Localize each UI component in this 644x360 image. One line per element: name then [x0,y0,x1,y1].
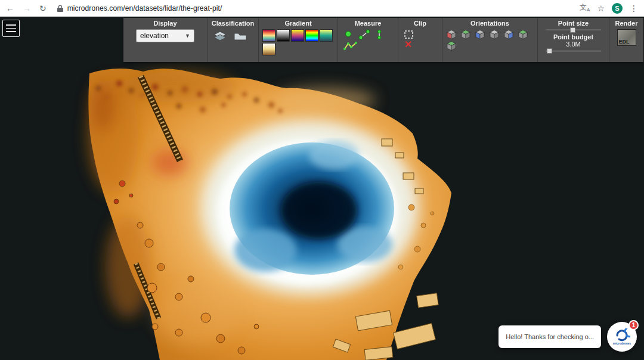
point-budget-slider-handle[interactable] [547,48,552,54]
point-budget-slider-track [545,50,602,52]
microdrones-logo-icon [614,328,630,343]
forward-button[interactable]: → [23,4,31,13]
address-bar[interactable]: microdrones.com/en/datasets/lidar/the-gr… [54,2,580,15]
section-display: Display elevation ▼ [123,18,207,62]
render-label: Render [609,20,643,27]
classification-label: Classification [208,20,258,27]
section-measure: Measure [338,18,398,62]
orientation-cube-2[interactable] [460,29,471,40]
attribute-dropdown-value: elevation [140,32,169,40]
remove-clip-icon[interactable]: ✕ [398,40,442,49]
point-size-label: Point size [545,20,602,27]
measure-label: Measure [338,20,398,27]
chat-message[interactable]: Hello! Thanks for checking o... [499,325,601,348]
back-button[interactable]: ← [6,4,14,13]
point-budget-slider[interactable] [545,48,602,54]
attribute-dropdown[interactable]: elevation ▼ [136,29,194,42]
profile-avatar[interactable]: S [612,3,623,14]
sidebar-menu-button[interactable] [2,20,20,37]
section-orientations: Orientations [442,18,537,62]
orientation-cube-3[interactable] [475,29,485,40]
orientations-label: Orientations [442,20,537,27]
browser-menu-icon[interactable]: ⋮ [630,4,638,13]
edl-mode-text: EDL [619,39,630,45]
section-point-settings: Point size Point budget 3.0M [537,18,609,62]
point-cloud-canvas [0,17,644,360]
orientation-cube-1[interactable] [446,29,457,40]
point-cloud-viewport[interactable]: Display elevation ▼ Classification Gradi… [0,17,644,360]
gradient-swatch-plasma[interactable] [291,29,304,42]
section-clip: Clip ✕ [398,18,442,62]
reload-button[interactable]: ↻ [39,4,47,13]
padlock-icon [57,5,63,12]
gradient-swatch-spectral[interactable] [262,29,275,42]
gradient-swatch-grayscale[interactable] [277,29,290,42]
orientation-cube-6[interactable] [518,29,528,40]
point-size-slider[interactable] [545,27,602,33]
bookmark-star-icon[interactable]: ☆ [597,4,605,13]
clip-label: Clip [398,20,442,27]
point-budget-label: Point budget [545,33,602,41]
url-text[interactable]: microdrones.com/en/datasets/lidar/the-gr… [67,4,222,13]
gradient-swatch-rainbow[interactable] [305,29,318,42]
point-budget-value: 3.0M [545,41,602,48]
translate-icon[interactable]: 文A [580,4,590,13]
measure-height-icon[interactable] [375,29,383,40]
measure-distance-icon[interactable] [358,29,370,40]
point-size-slider-handle[interactable] [570,27,575,33]
chat-notification-badge: 1 [628,320,639,330]
clip-volume-icon[interactable] [403,29,415,40]
section-classification: Classification [207,18,258,62]
section-render: Render EDL [609,18,643,62]
terrain-layers-icon[interactable] [212,29,228,42]
chevron-down-icon: ▼ [185,33,190,39]
edl-render-mode-button[interactable]: EDL [617,29,636,46]
orientation-cube-4[interactable] [489,29,500,40]
chat-widget: Hello! Thanks for checking o... microdro… [499,322,637,352]
gradient-swatch-yellow-green[interactable] [320,29,333,42]
classification-filter-icon[interactable] [233,29,248,42]
display-label: Display [123,20,207,27]
chat-launcher-button[interactable]: microdrones 1 [607,322,637,352]
gradient-label: Gradient [259,20,338,27]
orientation-cube-5[interactable] [503,29,514,40]
gradient-swatch-contour[interactable] [262,43,275,55]
height-profile-icon[interactable] [343,41,358,51]
orientation-cube-7[interactable] [446,41,457,51]
chat-brand-text: microdrones [613,342,631,345]
measure-point-icon[interactable] [343,29,354,40]
browser-toolbar: ← → ↻ microdrones.com/en/datasets/lidar/… [0,0,644,17]
section-gradient: Gradient [258,18,338,62]
viewer-toolbar: Display elevation ▼ Classification Gradi… [123,18,643,62]
